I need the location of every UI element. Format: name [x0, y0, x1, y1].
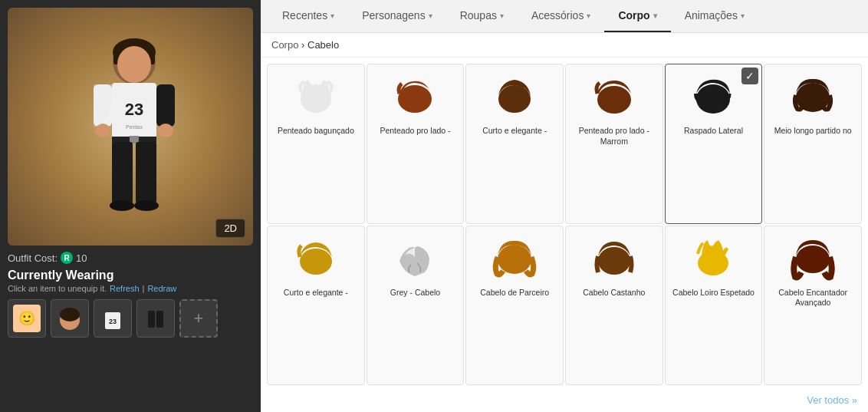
add-item-button[interactable]: + — [179, 299, 218, 338]
svg-text:Pentax: Pentax — [126, 124, 143, 130]
svg-point-31 — [498, 245, 531, 274]
item-card[interactable]: Penteado pro lado - Marrom — [565, 64, 663, 224]
item-card[interactable]: Raspado Lateral✓ — [665, 64, 763, 224]
svg-point-26 — [498, 85, 531, 113]
item-thumbnail — [484, 231, 545, 285]
2d-button[interactable]: 2D — [215, 219, 245, 238]
see-all[interactable]: Ver todos » — [261, 391, 868, 412]
item-label: Cabelo Encantador Avançado — [769, 288, 856, 308]
tab-animacoes[interactable]: Animações▾ — [671, 0, 758, 32]
item-card[interactable]: Cabelo Castanho — [565, 226, 663, 386]
equipped-face: 🙂 — [13, 305, 41, 332]
item-thumbnail — [484, 69, 545, 123]
avatar-preview: 23 Pentax 2D — [8, 8, 253, 246]
tab-label: Recentes — [282, 9, 327, 21]
item-thumbnail — [285, 69, 347, 123]
breadcrumb: Corpo › Cabelo — [261, 33, 868, 58]
tab-roupas[interactable]: Roupas▾ — [446, 0, 518, 32]
svg-point-11 — [158, 124, 173, 137]
redraw-link[interactable]: Redraw — [147, 284, 176, 293]
item-card[interactable]: Meio longo partido no — [764, 64, 862, 224]
refresh-link[interactable]: Refresh — [110, 284, 140, 293]
item-thumbnail — [384, 231, 446, 285]
outfit-cost: Outfit Cost: R 10 — [8, 252, 253, 264]
item-card[interactable]: Cabelo Loiro Espetado — [665, 226, 763, 386]
svg-text:23: 23 — [125, 100, 143, 119]
equipped-item[interactable]: 23 — [94, 299, 132, 338]
items-grid: Penteado bagunçado Penteado pro lado - C… — [261, 58, 868, 391]
right-panel: Recentes▾Personagens▾Roupas▾Acessórios▾C… — [261, 0, 868, 412]
chevron-down-icon: ▾ — [741, 12, 745, 20]
item-label: Cabelo Castanho — [583, 288, 645, 298]
svg-point-17 — [134, 200, 159, 211]
item-label: Curto e elegante - — [482, 126, 547, 137]
item-card[interactable]: Cabelo Encantador Avançado — [764, 226, 862, 386]
svg-rect-14 — [112, 142, 133, 203]
equipped-item[interactable] — [136, 299, 175, 338]
tab-label: Animações — [685, 9, 738, 21]
chevron-down-icon: ▾ — [330, 12, 334, 20]
item-thumbnail — [584, 69, 645, 123]
svg-point-16 — [110, 200, 134, 211]
item-card[interactable]: Cabelo de Parceiro — [465, 226, 564, 386]
item-label: Cabelo Loiro Espetado — [672, 288, 755, 298]
tab-label: Roupas — [460, 9, 497, 21]
svg-text:23: 23 — [109, 318, 117, 325]
item-label: Meio longo partido no — [774, 126, 852, 137]
item-thumbnail — [285, 231, 347, 285]
item-card[interactable]: Curto e elegante - — [465, 64, 564, 224]
item-label: Grey - Cabelo — [390, 288, 440, 298]
selected-check-icon: ✓ — [741, 68, 758, 84]
equipped-item[interactable] — [51, 299, 89, 338]
currently-wearing-title: Currently Wearing — [8, 269, 253, 282]
item-thumbnail — [682, 69, 744, 123]
left-panel: 23 Pentax 2D Outfit Cost: R — [0, 0, 261, 412]
svg-point-32 — [598, 247, 630, 275]
item-thumbnail — [384, 69, 446, 123]
item-label: Raspado Lateral — [684, 126, 743, 137]
svg-rect-23 — [156, 311, 163, 328]
svg-point-27 — [597, 86, 631, 114]
tab-personagens[interactable]: Personagens▾ — [348, 0, 446, 32]
item-label: Penteado pro lado - Marrom — [570, 126, 658, 147]
equipped-item[interactable]: 🙂 — [8, 299, 46, 338]
chevron-down-icon: ▾ — [429, 12, 432, 20]
equipped-pants-svg — [142, 305, 169, 332]
equipped-items: 🙂 23 + — [8, 299, 253, 338]
svg-point-28 — [696, 84, 730, 114]
item-label: Cabelo de Parceiro — [480, 288, 549, 298]
item-label: Curto e elegante - — [284, 288, 348, 298]
tab-acessorios[interactable]: Acessórios▾ — [518, 0, 604, 32]
item-label: Penteado bagunçado — [278, 126, 354, 137]
avatar-figure: 23 Pentax — [54, 15, 207, 238]
chevron-down-icon: ▾ — [653, 12, 657, 20]
svg-point-19 — [60, 308, 80, 321]
currently-wearing-sub: Click an item to unequip it. Refresh | R… — [8, 284, 253, 293]
tab-corpo[interactable]: Corpo▾ — [604, 0, 670, 32]
item-thumbnail — [782, 69, 843, 123]
tab-label: Acessórios — [531, 9, 584, 21]
chevron-down-icon: ▾ — [500, 12, 504, 20]
item-card[interactable]: Penteado bagunçado — [267, 64, 365, 224]
robux-icon: R — [61, 252, 73, 264]
breadcrumb-current: Cabelo — [307, 39, 339, 51]
item-thumbnail — [682, 231, 744, 285]
item-card[interactable]: Penteado pro lado - — [367, 64, 465, 224]
item-thumbnail — [584, 231, 645, 285]
equipped-head-svg — [56, 305, 84, 332]
item-card[interactable]: Grey - Cabelo — [367, 226, 465, 386]
tab-label: Personagens — [362, 9, 426, 21]
breadcrumb-parent[interactable]: Corpo — [271, 39, 298, 51]
tab-label: Corpo — [618, 9, 649, 21]
equipped-shirt-svg: 23 — [99, 305, 127, 332]
svg-rect-15 — [136, 142, 156, 203]
item-card[interactable]: Curto e elegante - — [267, 226, 365, 386]
svg-point-34 — [796, 246, 830, 273]
svg-point-30 — [300, 249, 332, 275]
chevron-down-icon: ▾ — [587, 12, 590, 20]
svg-rect-8 — [156, 84, 175, 127]
tab-recentes[interactable]: Recentes▾ — [268, 0, 348, 32]
tabs-bar: Recentes▾Personagens▾Roupas▾Acessórios▾C… — [261, 0, 868, 33]
svg-rect-22 — [148, 311, 155, 328]
svg-point-3 — [117, 46, 151, 83]
